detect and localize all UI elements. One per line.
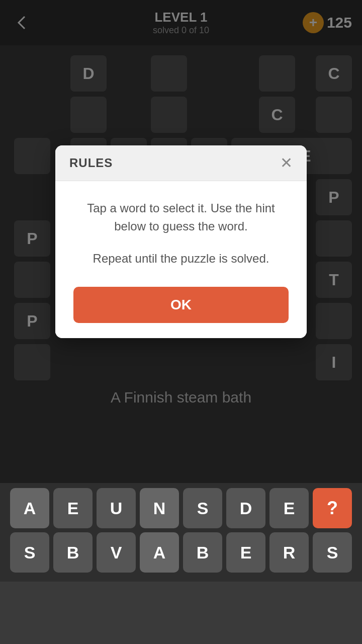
key-E-r2-5[interactable]: E [226,532,265,573]
key-S-r2-0[interactable]: S [10,532,49,573]
modal-header: RULES ✕ [55,145,307,181]
modal-text1: Tap a word to select it. Use the hint be… [73,199,289,235]
key-E-r1-1[interactable]: E [53,488,93,528]
key-U-r1-2[interactable]: U [97,488,136,528]
key-E-r1-6[interactable]: E [269,488,309,528]
key-A-r2-3[interactable]: A [140,532,179,573]
key-B-r2-1[interactable]: B [53,532,93,573]
keyboard-row-1: AEUNSDE? [4,488,358,528]
modal-overlay: RULES ✕ Tap a word to select it. Use the… [0,0,362,483]
key-A-r1-0[interactable]: A [10,488,49,528]
modal-close-button[interactable]: ✕ [280,155,293,171]
rules-modal: RULES ✕ Tap a word to select it. Use the… [55,145,307,338]
key-D-r1-5[interactable]: D [226,488,265,528]
key-B-r2-4[interactable]: B [183,532,222,573]
key-N-r1-3[interactable]: N [140,488,179,528]
key-S-r2-7[interactable]: S [313,532,352,573]
keyboard-row-2: SBVABERS [4,532,358,573]
modal-title: RULES [69,156,113,170]
key-?-r1-7[interactable]: ? [313,488,352,528]
key-R-r2-6[interactable]: R [269,532,309,573]
keyboard: AEUNSDE? SBVABERS [0,483,362,582]
key-V-r2-2[interactable]: V [97,532,136,573]
key-S-r1-4[interactable]: S [183,488,222,528]
modal-ok-button[interactable]: OK [73,287,289,323]
modal-body: Tap a word to select it. Use the hint be… [55,181,307,338]
modal-text2: Repeat until the puzzle is solved. [73,250,289,268]
